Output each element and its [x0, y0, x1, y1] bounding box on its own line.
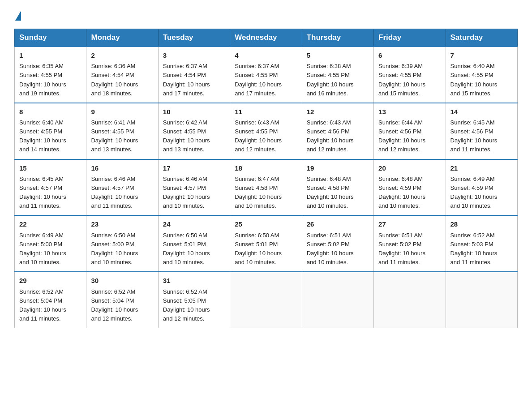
day-number: 5 — [307, 50, 369, 60]
day-number: 31 — [163, 275, 225, 286]
day-number: 13 — [378, 107, 441, 117]
day-info: Sunrise: 6:46 AMSunset: 4:57 PMDaylight:… — [163, 175, 225, 211]
day-number: 25 — [235, 219, 297, 229]
day-info: Sunrise: 6:37 AMSunset: 4:54 PMDaylight:… — [163, 62, 225, 98]
day-info: Sunrise: 6:52 AMSunset: 5:04 PMDaylight:… — [19, 287, 82, 324]
calendar-cell: 24Sunrise: 6:50 AMSunset: 5:01 PMDayligh… — [158, 215, 230, 272]
day-info: Sunrise: 6:43 AMSunset: 4:55 PMDaylight:… — [235, 118, 297, 154]
days-header-row: SundayMondayTuesdayWednesdayThursdayFrid… — [15, 29, 518, 47]
calendar-cell — [446, 272, 517, 328]
day-info: Sunrise: 6:49 AMSunset: 4:59 PMDaylight:… — [450, 175, 513, 211]
calendar-cell: 2Sunrise: 6:36 AMSunset: 4:54 PMDaylight… — [86, 47, 158, 103]
day-info: Sunrise: 6:47 AMSunset: 4:58 PMDaylight:… — [235, 175, 297, 211]
week-row-5: 29Sunrise: 6:52 AMSunset: 5:04 PMDayligh… — [15, 272, 518, 328]
day-number: 30 — [91, 275, 153, 286]
calendar-cell: 26Sunrise: 6:51 AMSunset: 5:02 PMDayligh… — [302, 215, 373, 272]
calendar-cell: 27Sunrise: 6:51 AMSunset: 5:02 PMDayligh… — [374, 215, 446, 272]
day-number: 6 — [378, 50, 441, 60]
week-row-2: 8Sunrise: 6:40 AMSunset: 4:55 PMDaylight… — [15, 103, 518, 159]
calendar-cell: 11Sunrise: 6:43 AMSunset: 4:55 PMDayligh… — [230, 103, 302, 159]
day-info: Sunrise: 6:44 AMSunset: 4:56 PMDaylight:… — [378, 118, 441, 154]
day-info: Sunrise: 6:51 AMSunset: 5:02 PMDaylight:… — [307, 231, 369, 267]
day-info: Sunrise: 6:45 AMSunset: 4:56 PMDaylight:… — [450, 118, 513, 154]
day-number: 10 — [163, 107, 225, 117]
calendar-table: SundayMondayTuesdayWednesdayThursdayFrid… — [14, 29, 518, 328]
day-header-saturday: Saturday — [446, 29, 517, 47]
day-header-friday: Friday — [374, 29, 446, 47]
day-info: Sunrise: 6:50 AMSunset: 5:00 PMDaylight:… — [91, 231, 153, 267]
calendar-cell: 3Sunrise: 6:37 AMSunset: 4:54 PMDaylight… — [158, 47, 230, 103]
calendar-cell: 22Sunrise: 6:49 AMSunset: 5:00 PMDayligh… — [15, 215, 86, 272]
day-number: 8 — [19, 107, 82, 117]
calendar-cell — [230, 272, 302, 328]
calendar-cell: 10Sunrise: 6:42 AMSunset: 4:55 PMDayligh… — [158, 103, 230, 159]
day-info: Sunrise: 6:45 AMSunset: 4:57 PMDaylight:… — [19, 175, 82, 211]
day-header-tuesday: Tuesday — [158, 29, 230, 47]
logo-triangle-icon — [15, 11, 21, 21]
calendar-cell: 8Sunrise: 6:40 AMSunset: 4:55 PMDaylight… — [15, 103, 86, 159]
calendar-cell: 17Sunrise: 6:46 AMSunset: 4:57 PMDayligh… — [158, 159, 230, 216]
day-info: Sunrise: 6:49 AMSunset: 5:00 PMDaylight:… — [19, 231, 82, 267]
day-number: 2 — [91, 50, 153, 60]
day-info: Sunrise: 6:50 AMSunset: 5:01 PMDaylight:… — [235, 231, 297, 267]
day-number: 4 — [235, 50, 297, 60]
day-number: 17 — [163, 163, 225, 173]
calendar-cell: 20Sunrise: 6:48 AMSunset: 4:59 PMDayligh… — [374, 159, 446, 216]
calendar-cell: 6Sunrise: 6:39 AMSunset: 4:55 PMDaylight… — [374, 47, 446, 103]
day-info: Sunrise: 6:46 AMSunset: 4:57 PMDaylight:… — [91, 175, 153, 211]
calendar-cell: 12Sunrise: 6:43 AMSunset: 4:56 PMDayligh… — [302, 103, 373, 159]
day-info: Sunrise: 6:41 AMSunset: 4:55 PMDaylight:… — [91, 118, 153, 154]
day-number: 16 — [91, 163, 153, 173]
day-info: Sunrise: 6:52 AMSunset: 5:05 PMDaylight:… — [163, 287, 225, 324]
day-info: Sunrise: 6:37 AMSunset: 4:55 PMDaylight:… — [235, 62, 297, 98]
day-number: 23 — [91, 219, 153, 229]
day-number: 7 — [450, 50, 513, 60]
calendar-cell: 5Sunrise: 6:38 AMSunset: 4:55 PMDaylight… — [302, 47, 373, 103]
day-info: Sunrise: 6:52 AMSunset: 5:04 PMDaylight:… — [91, 287, 153, 324]
week-row-3: 15Sunrise: 6:45 AMSunset: 4:57 PMDayligh… — [15, 159, 518, 216]
calendar-cell: 19Sunrise: 6:48 AMSunset: 4:58 PMDayligh… — [302, 159, 373, 216]
calendar-cell: 4Sunrise: 6:37 AMSunset: 4:55 PMDaylight… — [230, 47, 302, 103]
day-number: 26 — [307, 219, 369, 229]
day-info: Sunrise: 6:42 AMSunset: 4:55 PMDaylight:… — [163, 118, 225, 154]
day-info: Sunrise: 6:43 AMSunset: 4:56 PMDaylight:… — [307, 118, 369, 154]
day-header-sunday: Sunday — [15, 29, 86, 47]
calendar-cell: 14Sunrise: 6:45 AMSunset: 4:56 PMDayligh… — [446, 103, 517, 159]
calendar-cell: 23Sunrise: 6:50 AMSunset: 5:00 PMDayligh… — [86, 215, 158, 272]
calendar-cell: 21Sunrise: 6:49 AMSunset: 4:59 PMDayligh… — [446, 159, 517, 216]
day-info: Sunrise: 6:48 AMSunset: 4:59 PMDaylight:… — [378, 175, 441, 211]
calendar-cell: 9Sunrise: 6:41 AMSunset: 4:55 PMDaylight… — [86, 103, 158, 159]
day-number: 14 — [450, 107, 513, 117]
calendar-cell — [302, 272, 373, 328]
calendar-cell: 1Sunrise: 6:35 AMSunset: 4:55 PMDaylight… — [15, 47, 86, 103]
day-number: 19 — [307, 163, 369, 173]
day-info: Sunrise: 6:38 AMSunset: 4:55 PMDaylight:… — [307, 62, 369, 98]
day-number: 1 — [19, 50, 82, 60]
day-number: 9 — [91, 107, 153, 117]
day-number: 12 — [307, 107, 369, 117]
day-number: 15 — [19, 163, 82, 173]
day-info: Sunrise: 6:35 AMSunset: 4:55 PMDaylight:… — [19, 62, 82, 98]
day-number: 27 — [378, 219, 441, 229]
calendar-cell: 7Sunrise: 6:40 AMSunset: 4:55 PMDaylight… — [446, 47, 517, 103]
day-info: Sunrise: 6:51 AMSunset: 5:02 PMDaylight:… — [378, 231, 441, 267]
day-info: Sunrise: 6:52 AMSunset: 5:03 PMDaylight:… — [450, 231, 513, 267]
day-header-wednesday: Wednesday — [230, 29, 302, 47]
day-info: Sunrise: 6:36 AMSunset: 4:54 PMDaylight:… — [91, 62, 153, 98]
day-info: Sunrise: 6:50 AMSunset: 5:01 PMDaylight:… — [163, 231, 225, 267]
day-number: 28 — [450, 219, 513, 229]
calendar-cell: 18Sunrise: 6:47 AMSunset: 4:58 PMDayligh… — [230, 159, 302, 216]
week-row-1: 1Sunrise: 6:35 AMSunset: 4:55 PMDaylight… — [15, 47, 518, 103]
calendar-cell: 16Sunrise: 6:46 AMSunset: 4:57 PMDayligh… — [86, 159, 158, 216]
calendar-cell: 13Sunrise: 6:44 AMSunset: 4:56 PMDayligh… — [374, 103, 446, 159]
calendar-cell — [374, 272, 446, 328]
day-number: 29 — [19, 275, 82, 286]
day-info: Sunrise: 6:40 AMSunset: 4:55 PMDaylight:… — [19, 118, 82, 154]
day-info: Sunrise: 6:48 AMSunset: 4:58 PMDaylight:… — [307, 175, 369, 211]
day-info: Sunrise: 6:40 AMSunset: 4:55 PMDaylight:… — [450, 62, 513, 98]
day-number: 22 — [19, 219, 82, 229]
calendar-cell: 30Sunrise: 6:52 AMSunset: 5:04 PMDayligh… — [86, 272, 158, 328]
page-header — [14, 11, 518, 21]
logo — [14, 11, 22, 21]
calendar-cell: 28Sunrise: 6:52 AMSunset: 5:03 PMDayligh… — [446, 215, 517, 272]
